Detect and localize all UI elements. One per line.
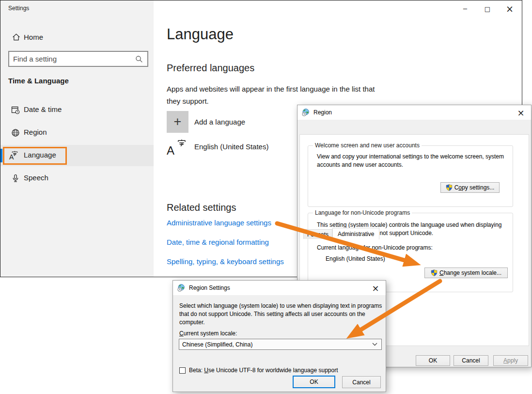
current-language-label: Current language for non-Unicode program… (317, 244, 433, 252)
current-language-value: English (United States) (326, 255, 385, 263)
sidebar-item-label: Region (24, 128, 47, 136)
related-settings-heading: Related settings (167, 202, 236, 213)
region-settings-titlebar: Region Settings × (173, 281, 386, 295)
change-system-locale-button[interactable]: Change system locale... (424, 268, 508, 278)
chevron-down-icon (372, 343, 377, 346)
plus-icon: + (174, 114, 182, 129)
current-system-locale-label: Current system locale: (179, 330, 237, 338)
sidebar-home-label: Home (24, 33, 43, 41)
utf8-beta-checkbox[interactable] (179, 367, 186, 374)
region-dialog-tabs: Formats Administrative (303, 228, 379, 239)
link-administrative-language-settings[interactable]: Administrative language settings (167, 219, 271, 227)
window-controls: ─ □ × (454, 0, 521, 17)
add-language-label: Add a language (194, 118, 245, 126)
speech-icon (11, 174, 20, 183)
preferred-languages-description: Apps and websites will appear in the fir… (167, 83, 390, 107)
maximize-button[interactable]: □ (476, 0, 499, 17)
preferred-languages-heading: Preferred languages (167, 63, 254, 74)
window-title: Settings (8, 5, 29, 12)
region-settings-close-icon[interactable]: × (365, 281, 386, 295)
sidebar-item-label: Language (24, 151, 56, 159)
sidebar-item-label: Date & time (24, 105, 62, 113)
region-settings-cancel-button[interactable]: Cancel (342, 376, 381, 388)
sidebar-item-home[interactable]: Home (0, 29, 154, 48)
date-time-icon (11, 106, 20, 114)
welcome-screen-description: View and copy your international setting… (317, 153, 510, 169)
language-glyph-icon: A (167, 139, 186, 158)
region-settings-title: Region Settings (189, 284, 230, 291)
sidebar-item-region[interactable]: Region (0, 122, 154, 143)
language-list-item[interactable]: English (United States) (194, 142, 268, 151)
settings-sidebar: Settings Home Time & Language Date & tim… (0, 0, 154, 277)
tab-administrative[interactable]: Administrative (332, 228, 379, 239)
search-icon[interactable] (135, 55, 143, 63)
link-date-time-regional-formatting[interactable]: Date, time & regional formatting (167, 238, 269, 246)
page-title: Language (167, 26, 234, 43)
region-settings-dialog-icon (177, 284, 185, 293)
region-dialog-icon (302, 109, 310, 118)
sidebar-item-date-time[interactable]: Date & time (0, 99, 154, 121)
copy-settings-button[interactable]: Copy settings... (440, 182, 500, 193)
link-spelling-typing-keyboard[interactable]: Spelling, typing, & keyboard settings (167, 257, 284, 266)
sidebar-item-language[interactable]: A Language (0, 145, 154, 166)
selected-accent-bar (0, 149, 2, 162)
region-settings-description: Select which language (system locale) to… (179, 302, 385, 327)
sidebar-item-speech[interactable]: Speech (0, 168, 154, 189)
non-unicode-group-title: Language for non-Unicode programs (313, 209, 412, 216)
utf8-beta-label[interactable]: Beta: Use Unicode UTF-8 for worldwide la… (189, 367, 338, 374)
minimize-button[interactable]: ─ (454, 0, 476, 17)
region-dialog-titlebar: Region × (297, 105, 531, 120)
home-icon (12, 33, 20, 43)
region-ok-button[interactable]: OK (416, 355, 450, 366)
region-icon (11, 128, 20, 137)
region-settings-dialog: Region Settings × Select which language … (172, 280, 386, 392)
region-dialog-title: Region (313, 109, 332, 116)
region-cancel-button[interactable]: Cancel (454, 355, 488, 366)
close-button[interactable]: × (499, 0, 521, 17)
uac-shield-icon (446, 184, 453, 191)
sidebar-section-title: Time & Language (8, 77, 69, 85)
system-locale-dropdown[interactable]: Chinese (Simplified, China) (179, 339, 382, 350)
search-input[interactable] (9, 55, 135, 63)
welcome-screen-group-title: Welcome screen and new user accounts (313, 142, 422, 149)
add-language-button[interactable]: + (167, 111, 188, 133)
welcome-screen-group: Welcome screen and new user accounts Vie… (308, 145, 513, 207)
region-apply-button: Apply (493, 355, 528, 366)
region-dialog-close-icon[interactable]: × (511, 105, 531, 120)
search-box[interactable] (8, 51, 148, 67)
uac-shield-icon (431, 269, 438, 276)
tab-formats[interactable]: Formats (303, 229, 332, 239)
sidebar-item-label: Speech (24, 173, 48, 182)
system-locale-value: Chinese (Simplified, China) (179, 341, 372, 348)
language-icon: A (9, 151, 18, 160)
region-settings-ok-button[interactable]: OK (293, 376, 335, 388)
